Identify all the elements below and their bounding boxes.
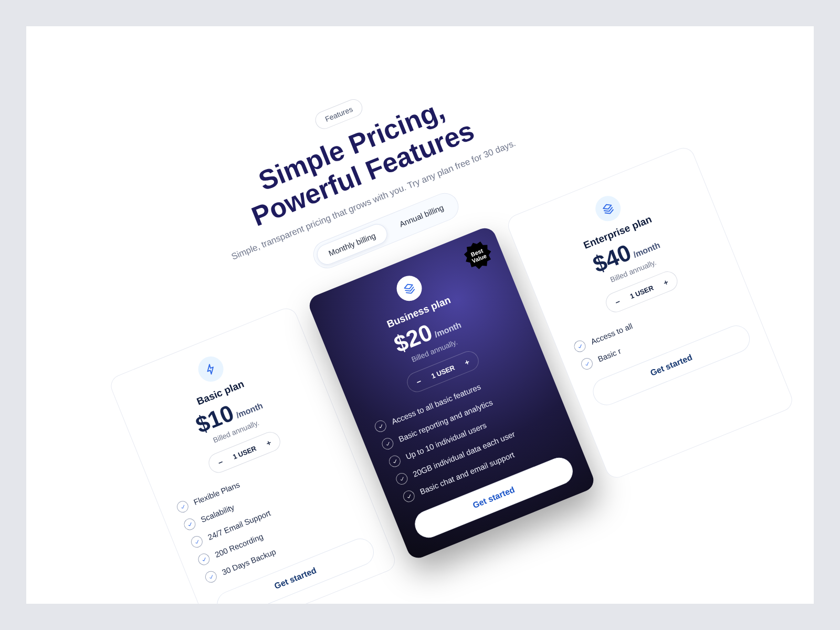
badge-text: Best Value — [460, 237, 497, 274]
check-icon — [380, 436, 395, 452]
stepper-increment-button[interactable]: + — [459, 354, 475, 370]
user-unit: 1 USER — [232, 444, 257, 461]
billing-monthly-tab[interactable]: Monthly billing — [314, 221, 390, 268]
check-icon — [580, 356, 595, 372]
check-icon — [402, 489, 417, 504]
check-icon — [373, 419, 388, 434]
check-icon — [572, 339, 587, 354]
check-icon — [175, 499, 191, 514]
check-icon — [196, 552, 212, 567]
check-icon — [394, 471, 410, 487]
bolt-icon — [195, 353, 227, 385]
layers-icon — [393, 272, 425, 304]
feature-label: Scalability — [200, 502, 236, 524]
user-unit: 1 USER — [430, 363, 456, 380]
user-unit: 1 USER — [629, 284, 655, 301]
stepper-increment-button[interactable]: + — [658, 274, 674, 290]
best-value-badge: Best Value — [460, 237, 497, 274]
layers-icon — [592, 193, 624, 225]
check-icon — [387, 454, 403, 469]
check-icon — [182, 517, 197, 532]
stepper-decrement-button[interactable]: − — [212, 454, 228, 470]
check-icon — [204, 570, 219, 585]
scene: Features Simple Pricing, Powerful Featur… — [26, 26, 814, 604]
check-icon — [190, 534, 205, 550]
feature-label: Basic r — [596, 346, 622, 364]
stepper-increment-button[interactable]: + — [260, 435, 277, 451]
billing-annual-tab[interactable]: Annual billing — [385, 194, 458, 239]
stepper-decrement-button[interactable]: − — [610, 293, 626, 310]
pricing-canvas: Features Simple Pricing, Powerful Featur… — [26, 26, 814, 604]
stepper-decrement-button[interactable]: − — [411, 373, 427, 390]
